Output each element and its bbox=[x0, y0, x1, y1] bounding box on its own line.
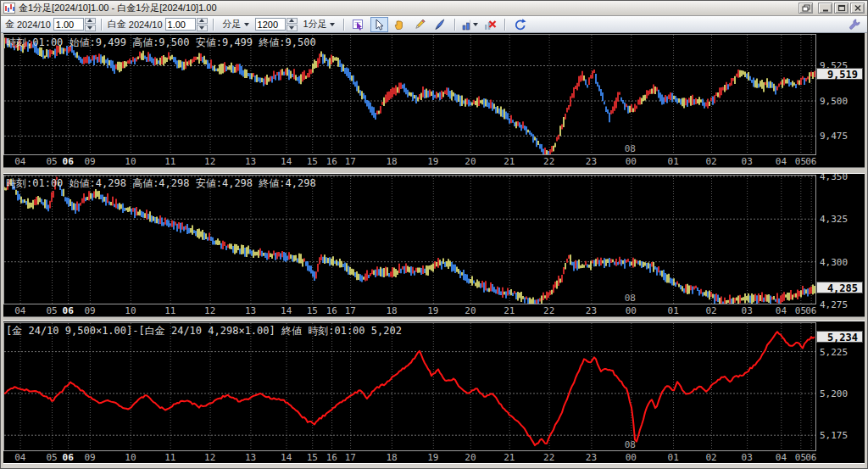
maximize-button[interactable] bbox=[834, 3, 849, 14]
minimize-button[interactable] bbox=[818, 3, 832, 14]
spin-up-button[interactable] bbox=[85, 18, 96, 25]
gold-plot[interactable]: 時刻:01:00 始値:9,499 高値:9,500 安値:9,499 終値:9… bbox=[3, 34, 816, 155]
x-axis-label: 10 bbox=[125, 305, 136, 316]
x-axis-label: 05 bbox=[795, 452, 806, 463]
draw-pen-button[interactable] bbox=[431, 17, 449, 32]
gold-multiplier-input[interactable] bbox=[53, 18, 84, 31]
x-axis-label: 10 bbox=[125, 452, 136, 463]
maximize-icon bbox=[837, 4, 846, 12]
gold-multiplier-spinner bbox=[85, 18, 96, 31]
x-axis-label: 06 bbox=[63, 156, 74, 167]
x-axis-label: 02 bbox=[706, 452, 717, 463]
x-axis-label: 13 bbox=[245, 305, 256, 316]
x-axis-label: 16 bbox=[326, 156, 337, 167]
pointer-tool-button[interactable] bbox=[370, 17, 388, 32]
delete-chart-icon bbox=[483, 18, 497, 31]
x-axis-label: 15 bbox=[307, 305, 318, 316]
x-axis-label: 21 bbox=[504, 305, 515, 316]
x-axis-label: 20 bbox=[465, 452, 476, 463]
platinum-label: 白金 bbox=[108, 18, 126, 31]
close-button[interactable] bbox=[850, 3, 865, 14]
pen-icon bbox=[433, 18, 447, 31]
bar-type-dropdown[interactable]: 1分足 bbox=[300, 16, 338, 32]
popout-button[interactable] bbox=[798, 3, 813, 14]
gold-x-axis: 0405060910111213141516171819202122230001… bbox=[3, 155, 816, 167]
app-window: 金1分足[2024/10]1.00 - 白金1分足[2024/10]1.00 bbox=[0, 0, 868, 469]
chart-type-button[interactable] bbox=[461, 17, 479, 32]
toolbar-separator bbox=[101, 19, 103, 31]
x-axis-label: 05 bbox=[46, 156, 57, 167]
refresh-button[interactable] bbox=[511, 17, 529, 32]
title-bar: 金1分足[2024/10]1.00 - 白金1分足[2024/10]1.00 bbox=[1, 1, 867, 16]
x-axis-label: 18 bbox=[386, 305, 397, 316]
x-axis-label: 04 bbox=[776, 156, 787, 167]
toolbar-separator bbox=[504, 19, 506, 31]
y-axis-tick: 4,300 bbox=[820, 257, 848, 268]
x-axis-label: 12 bbox=[204, 305, 215, 316]
x-axis-label: 00 bbox=[626, 156, 637, 167]
x-axis-label: 13 bbox=[245, 452, 256, 463]
x-axis-label: 23 bbox=[586, 452, 597, 463]
x-axis-label: 06 bbox=[805, 305, 816, 316]
x-axis-label: 11 bbox=[164, 156, 175, 167]
x-axis-label: 19 bbox=[427, 452, 438, 463]
x-axis-label: 06 bbox=[63, 452, 74, 463]
y-axis-tick: 4,350 bbox=[820, 174, 848, 182]
draw-pencil-button[interactable] bbox=[411, 17, 429, 32]
date-label: 08 bbox=[625, 293, 636, 304]
x-axis-label: 22 bbox=[543, 156, 554, 167]
spin-down-button[interactable] bbox=[287, 25, 298, 31]
x-axis-label: 19 bbox=[427, 156, 438, 167]
bar-count-input[interactable] bbox=[255, 18, 286, 31]
window-title: 金1分足[2024/10]1.00 - 白金1分足[2024/10]1.00 bbox=[19, 2, 798, 14]
gold-chart-panel: 時刻:01:00 始値:9,499 高値:9,500 安値:9,499 終値:9… bbox=[3, 33, 865, 167]
x-axis-label: 04 bbox=[14, 156, 25, 167]
toolbar-separator bbox=[454, 19, 456, 31]
chevron-up-icon bbox=[87, 19, 92, 22]
chevron-down-icon bbox=[473, 23, 478, 26]
x-axis-label: 17 bbox=[345, 305, 356, 316]
spread-y-axis: 5,2255,2005,1755,234 bbox=[816, 321, 865, 463]
popout-icon bbox=[802, 4, 810, 12]
chevron-down-icon bbox=[330, 23, 335, 26]
x-axis-label: 22 bbox=[543, 452, 554, 463]
x-axis-label: 17 bbox=[345, 452, 356, 463]
spread-plot[interactable]: [金 24/10 9,500×1.00]-[白金 24/10 4,298×1.0… bbox=[3, 322, 816, 451]
window-controls bbox=[798, 3, 865, 14]
delete-chart-button[interactable] bbox=[481, 17, 499, 32]
x-axis-label: 03 bbox=[742, 305, 753, 316]
platinum-multiplier-spinner bbox=[197, 18, 208, 31]
x-axis-label: 03 bbox=[742, 452, 753, 463]
x-axis-label: 01 bbox=[668, 156, 679, 167]
spin-down-button[interactable] bbox=[85, 25, 96, 31]
x-axis-label: 20 bbox=[465, 305, 476, 316]
date-label: 08 bbox=[625, 439, 636, 450]
period-dropdown[interactable]: 分足 bbox=[220, 16, 253, 32]
chart-select-button[interactable] bbox=[350, 17, 368, 32]
x-axis-label: 09 bbox=[84, 156, 95, 167]
pan-tool-button[interactable] bbox=[391, 17, 409, 32]
x-axis-label: 18 bbox=[386, 156, 397, 167]
x-axis-label: 17 bbox=[345, 156, 356, 167]
last-price-box: 9,519 bbox=[816, 68, 863, 80]
x-axis-label: 14 bbox=[281, 452, 292, 463]
x-axis-label: 16 bbox=[326, 305, 337, 316]
x-axis-label: 04 bbox=[776, 305, 787, 316]
x-axis-label: 15 bbox=[307, 156, 318, 167]
x-axis-label: 00 bbox=[626, 452, 637, 463]
platinum-multiplier-input[interactable] bbox=[165, 18, 196, 31]
spread-x-axis: 0405060910111213141516171819202122230001… bbox=[3, 451, 816, 463]
panel-splitter[interactable] bbox=[3, 167, 865, 174]
settings-button[interactable] bbox=[845, 17, 863, 32]
gold-label: 金 bbox=[5, 18, 14, 31]
x-axis-label: 04 bbox=[14, 305, 25, 316]
spin-down-button[interactable] bbox=[197, 25, 208, 31]
app-icon bbox=[3, 3, 15, 14]
chart-area: 時刻:01:00 始値:9,499 高値:9,500 安値:9,499 終値:9… bbox=[1, 33, 867, 468]
toolbar-separator bbox=[213, 19, 214, 31]
spread-readout: [金 24/10 9,500×1.00]-[白金 24/10 4,298×1.0… bbox=[6, 324, 402, 338]
platinum-plot[interactable]: 時刻:01:00 始値:4,298 高値:4,298 安値:4,298 終値:4… bbox=[3, 175, 816, 304]
refresh-icon bbox=[513, 18, 526, 31]
spin-up-button[interactable] bbox=[287, 18, 298, 25]
spin-up-button[interactable] bbox=[197, 18, 208, 25]
